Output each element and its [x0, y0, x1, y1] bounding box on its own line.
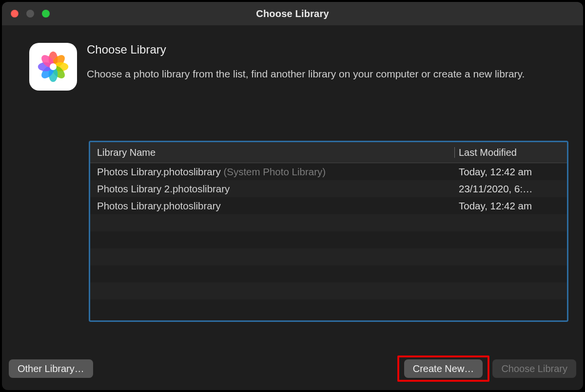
empty-row: [90, 214, 567, 231]
table-header: Library Name Last Modified: [90, 142, 567, 163]
empty-row: [90, 248, 567, 265]
hero-subtitle: Choose a photo library from the list, fi…: [87, 67, 545, 81]
choose-library-window: Choose Library Choose Library Choose a p…: [2, 2, 583, 390]
cell-last-modified: Today, 12:42 am: [455, 200, 567, 212]
cell-last-modified: 23/11/2020, 6:…: [455, 183, 567, 195]
footer-buttons: Other Library… Create New… Choose Librar…: [9, 354, 576, 383]
zoom-window-button[interactable]: [42, 10, 50, 18]
cell-library-name: Photos Library.photoslibrary: [90, 200, 455, 212]
choose-library-button: Choose Library: [492, 359, 576, 378]
empty-row: [90, 282, 567, 299]
hero-title: Choose Library: [87, 43, 545, 56]
table-row[interactable]: Photos Library.photoslibraryToday, 12:42…: [90, 197, 567, 214]
library-table[interactable]: Library Name Last Modified Photos Librar…: [89, 141, 568, 322]
content-area: Choose Library Choose a photo library fr…: [2, 25, 583, 390]
column-header-name[interactable]: Library Name: [90, 147, 454, 158]
column-header-modified[interactable]: Last Modified: [455, 147, 567, 158]
hero-text: Choose Library Choose a photo library fr…: [87, 43, 545, 81]
photos-app-icon: [29, 43, 77, 91]
empty-row: [90, 265, 567, 282]
titlebar: Choose Library: [2, 2, 583, 25]
cell-library-name: Photos Library.photoslibrary (System Pho…: [90, 166, 455, 178]
minimize-window-button: [26, 10, 34, 18]
traffic-lights: [2, 10, 50, 18]
window-title: Choose Library: [2, 8, 583, 19]
other-library-button[interactable]: Other Library…: [9, 359, 93, 378]
create-new-button[interactable]: Create New…: [404, 359, 483, 378]
svg-point-8: [50, 63, 57, 70]
table-row[interactable]: Photos Library.photoslibrary (System Pho…: [90, 163, 567, 180]
empty-row: [90, 299, 567, 317]
cell-last-modified: Today, 12:42 am: [455, 166, 567, 178]
cell-library-name: Photos Library 2.photoslibrary: [90, 183, 455, 195]
close-window-button[interactable]: [11, 10, 19, 18]
hero-section: Choose Library Choose a photo library fr…: [2, 25, 583, 91]
table-body: Photos Library.photoslibrary (System Pho…: [90, 163, 567, 320]
cell-library-suffix: (System Photo Library): [221, 166, 326, 177]
table-row[interactable]: Photos Library 2.photoslibrary23/11/2020…: [90, 180, 567, 197]
empty-row: [90, 231, 567, 248]
